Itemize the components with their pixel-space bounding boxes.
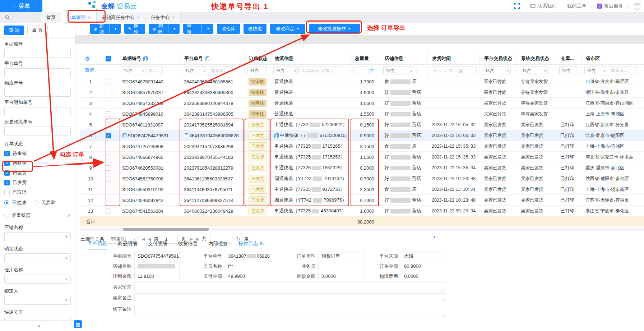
- platform-number-input[interactable]: ···: [4, 68, 71, 77]
- scrollbar-thumb[interactable]: [123, 228, 209, 231]
- row-checkbox[interactable]: [106, 90, 111, 95]
- chevron-down-icon[interactable]: ▼: [348, 27, 351, 31]
- help-icon[interactable]: ?: [634, 3, 640, 10]
- doc-number-input[interactable]: ···: [4, 49, 71, 58]
- sidebar-collapse-bar[interactable]: «: [0, 320, 75, 331]
- contact-us-button[interactable]: 联系我们: [530, 3, 557, 9]
- tab-internal-note[interactable]: 内部便签: [208, 240, 228, 249]
- collapse-caret-icon[interactable]: ▼: [433, 235, 436, 239]
- after-sales-button[interactable]: ? 售后服务: [597, 3, 623, 9]
- gear-icon[interactable]: ⚙: [80, 55, 90, 62]
- detail-divider[interactable]: [75, 238, 644, 238]
- table-row[interactable]: 3 SDO674854332708 2023583880126944378 待审…: [80, 98, 644, 109]
- header-logistics[interactable]: 物流信息: [270, 52, 350, 65]
- row-checkbox[interactable]: ✓: [106, 133, 111, 138]
- floating-grid-button[interactable]: ▦: [74, 320, 82, 328]
- lock-person-select[interactable]: ∨: [4, 296, 71, 305]
- weight-filter-input[interactable]: [353, 66, 369, 74]
- offline-note-textarea[interactable]: [134, 305, 446, 317]
- row-checkbox[interactable]: [106, 198, 111, 203]
- header-order-status[interactable]: 订单状态: [244, 52, 270, 65]
- select-all-checkbox[interactable]: −: [106, 56, 111, 61]
- platform-extra-number-input[interactable]: ···: [4, 107, 71, 116]
- row-checkbox[interactable]: [106, 144, 111, 149]
- my-workorder-button[interactable]: 我的工单: [567, 3, 587, 9]
- row-checkbox[interactable]: [106, 208, 111, 214]
- copy-icon[interactable]: [143, 56, 147, 61]
- contains-select[interactable]: 包含∨: [273, 66, 298, 74]
- table-row[interactable]: 8 SDO674666874965 2023838870455144183 已发…: [80, 152, 644, 162]
- contains-select[interactable]: 包含∨: [520, 66, 548, 74]
- table-row[interactable]: 10 SDO674562760708 3641361195603338537 已…: [80, 173, 644, 184]
- chevron-down-icon[interactable]: ▼: [173, 27, 176, 31]
- fullscreen-icon[interactable]: [514, 3, 520, 9]
- modify-goods-button[interactable]: 修改商品▼: [270, 24, 305, 34]
- header-platform-number[interactable]: 平台单号: [180, 52, 244, 65]
- chevron-down-icon[interactable]: ∨: [68, 141, 71, 146]
- status-option-pending-audit[interactable]: ✓待审核: [4, 150, 71, 157]
- chevron-down-icon[interactable]: ▼: [114, 27, 117, 31]
- header-store-info[interactable]: 店铺信息: [380, 52, 427, 65]
- logistics-number-input[interactable]: ···: [4, 88, 71, 97]
- tab-payment-detail[interactable]: 支付明细: [148, 240, 167, 249]
- contains-select[interactable]: 包含: [559, 66, 578, 74]
- tab-task-center[interactable]: 任务中心×: [145, 12, 181, 23]
- ellipsis-icon[interactable]: ···: [62, 128, 68, 134]
- funnel-icon[interactable]: ▽: [370, 68, 374, 73]
- chevron-down-icon[interactable]: ▼: [207, 27, 210, 31]
- copy-icon[interactable]: [205, 56, 209, 61]
- ellipsis-icon[interactable]: ···: [62, 70, 68, 75]
- tab-receiver-info[interactable]: 收货信息: [178, 240, 198, 249]
- header-system-trade-status[interactable]: 系统交易状态: [516, 52, 556, 65]
- region-filter-input[interactable]: 回车筛...: [609, 66, 637, 74]
- chevron-up-icon[interactable]: ∧: [68, 213, 71, 218]
- tab-home[interactable]: 首页: [41, 12, 61, 23]
- row-checkbox[interactable]: [106, 187, 111, 192]
- radio-abnormal-status[interactable]: 异常状态: [4, 212, 31, 219]
- add-button[interactable]: ⊕新增▼: [90, 24, 121, 34]
- close-icon[interactable]: ×: [88, 15, 91, 20]
- header-ship-time[interactable]: 发货时间: [427, 52, 479, 65]
- table-row[interactable]: 5 SDO674811831097 2024173525525981694 已发…: [80, 119, 644, 130]
- copy-icon[interactable]: [184, 133, 188, 138]
- tab-basic-info[interactable]: 基本信息: [88, 240, 107, 249]
- table-row[interactable]: 2 SDO674857970037 3642324338380465300 待审…: [80, 87, 644, 98]
- row-checkbox[interactable]: [106, 165, 111, 171]
- row-checkbox[interactable]: [106, 155, 111, 160]
- copy-icon[interactable]: [274, 133, 278, 138]
- status-option-cancelled[interactable]: 已取消: [4, 189, 71, 196]
- row-checkbox[interactable]: [106, 176, 111, 181]
- table-row[interactable]: 6 ✓ SDO674754479591 3641387040580006828 …: [80, 130, 644, 141]
- history-logistics-number-input[interactable]: ···: [4, 127, 71, 135]
- close-icon[interactable]: ×: [137, 15, 140, 20]
- header-weight[interactable]: 总重量: [350, 52, 380, 65]
- tab-search-area[interactable]: [0, 12, 34, 23]
- status-option-pending-ship[interactable]: ✓待发货: [4, 170, 71, 176]
- modify-button[interactable]: ✎修改: [124, 24, 145, 34]
- change-express-button[interactable]: 改快递: [244, 24, 267, 34]
- batch-operations-button[interactable]: 修改批量操作▼: [309, 24, 360, 34]
- change-warehouse-button[interactable]: 改仓库: [217, 24, 240, 34]
- seller-note-textarea[interactable]: [134, 293, 446, 302]
- ellipsis-icon[interactable]: ···: [62, 89, 68, 95]
- table-row[interactable]: 1 SDO674875091440 3642409694460165561 待审…: [80, 76, 644, 87]
- radio-no-filter[interactable]: 不过滤: [4, 199, 26, 206]
- header-warehouse[interactable]: 仓库...: [556, 52, 581, 65]
- tab-goods-detail[interactable]: 商品明细: [118, 240, 137, 249]
- copy-icon[interactable]: [122, 133, 126, 138]
- lock-status-select[interactable]: ∨: [4, 253, 71, 262]
- tab-operation-log[interactable]: 操作日志↻: [238, 240, 264, 249]
- table-row[interactable]: 12 SDO674546092842 3641127086699827518 已…: [80, 195, 644, 206]
- table-row[interactable]: 4 SDO674845899010 3642390147543986505 待审…: [80, 109, 644, 119]
- horizontal-scrollbar[interactable]: [80, 228, 644, 231]
- radio-no-abnormal[interactable]: 无异常: [34, 199, 55, 206]
- contains-select[interactable]: 包含∨: [121, 66, 145, 74]
- shop-name-select[interactable]: ∨: [4, 232, 71, 241]
- table-row[interactable]: 7 SDO674725146808 2023942154073636268 已发…: [80, 141, 644, 152]
- query-button[interactable]: 查 询: [4, 26, 24, 35]
- ellipsis-icon[interactable]: ···: [62, 109, 68, 114]
- audit-button[interactable]: 审 核▼: [183, 24, 213, 34]
- doc-filter-input[interactable]: 回...: [147, 66, 163, 74]
- warehouse-name-select[interactable]: ∨: [4, 275, 71, 284]
- contains-select[interactable]: 包含∨: [383, 66, 414, 74]
